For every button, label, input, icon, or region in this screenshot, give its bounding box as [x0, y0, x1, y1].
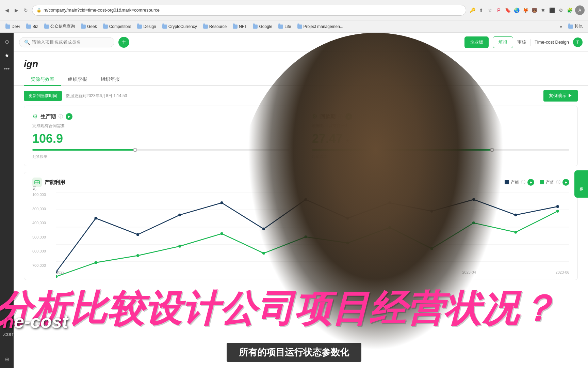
sidebar-icon-star[interactable]: ★ [1, 50, 12, 61]
bookmark-google[interactable]: Google [250, 23, 275, 30]
slider-fill [32, 149, 135, 151]
bookmark-life[interactable]: Life [276, 23, 294, 30]
back-button[interactable]: ◀ [3, 7, 10, 14]
bookmark-project-mgmt[interactable]: Project managemen... [295, 23, 346, 30]
extension4-icon[interactable]: ✖ [540, 7, 546, 14]
svg-point-29 [346, 242, 349, 244]
svg-point-13 [220, 201, 223, 204]
share-icon[interactable]: ⬆ [478, 7, 485, 14]
svg-point-10 [94, 217, 97, 219]
sub-controls: 更新到当前时间 数据更新到2023年6月8日 1:14:53 案例演示 ▶ [14, 86, 588, 106]
svg-point-25 [178, 245, 181, 248]
y-axis-unit: 元 [32, 186, 36, 191]
info-icon[interactable]: ⓘ [338, 113, 343, 120]
capacity-color [505, 180, 509, 184]
production-hint: 赶紧接单 [32, 154, 290, 159]
play-button[interactable]: ▶ [345, 113, 352, 120]
bookmark-design[interactable]: Design [134, 23, 159, 30]
update-text: 数据更新到2023年6月8日 1:14:53 [66, 93, 127, 99]
top-toolbar: 🔍 + 企业版 填报 审核 Time-cost Design T [14, 33, 588, 52]
more-bookmarks-button[interactable]: » [557, 23, 565, 30]
bookmark-resource[interactable]: Resource [200, 23, 229, 30]
bookmark-label: Design [143, 24, 156, 29]
update-time-button[interactable]: 更新到当前时间 [24, 91, 62, 101]
bookmark-competitors[interactable]: Competitors [100, 23, 134, 30]
bookmark-label: Google [259, 24, 272, 29]
sidebar-icon-home[interactable]: ⊙ [1, 36, 12, 47]
key-icon[interactable]: 🔑 [469, 7, 476, 14]
svg-point-16 [346, 217, 349, 219]
app-title: ign [24, 59, 38, 70]
url-bar[interactable]: 🔒 m/company/main?cid=time-cost-org01&mar… [32, 5, 466, 16]
y-label-6: 100,000 [32, 193, 46, 197]
enterprise-button[interactable]: 企业版 [464, 36, 489, 48]
pocket-icon[interactable]: 🔖 [504, 7, 511, 14]
collection-sub: 收账款可以支持开工 [312, 123, 569, 129]
sidebar-icon-add[interactable]: ⊕ [1, 354, 12, 365]
svg-point-20 [514, 214, 517, 216]
folder-icon [81, 25, 86, 29]
extension1-icon[interactable]: 🌏 [513, 7, 520, 14]
tab-resources[interactable]: 资源与效率 [24, 74, 61, 86]
chart-area: 元 700,000 600,000 500,000 400,000 300,00… [32, 193, 569, 274]
tab-quarterly[interactable]: 组织季报 [61, 74, 94, 86]
extensions-icon[interactable]: 🧩 [566, 7, 573, 14]
extension3-icon[interactable]: 🐻 [531, 7, 538, 14]
play-button[interactable]: ▶ [527, 179, 534, 186]
extension6-icon[interactable]: ⚙ [557, 7, 564, 14]
app-title-bar: ign [14, 52, 588, 70]
audit-link[interactable]: 审核 [517, 39, 526, 45]
play-button[interactable]: ▶ [562, 179, 569, 186]
tab-annual[interactable]: 组织年报 [94, 74, 127, 86]
pinterest-icon[interactable]: P [495, 7, 502, 14]
bookmark-label: Competitors [109, 24, 131, 29]
y-label-1: 700,000 [32, 263, 46, 267]
bookmark-defi[interactable]: DeFi [3, 23, 23, 30]
info-icon[interactable]: ⓘ [521, 179, 525, 185]
collection-header: ⚙ 回款期 ⓘ ▶ [312, 113, 569, 120]
bookmark-public-info[interactable]: 公众信息查询 [42, 22, 78, 30]
svg-point-23 [94, 261, 97, 264]
svg-point-31 [430, 247, 433, 250]
search-input[interactable] [32, 40, 109, 45]
bookmark-label: Resource [209, 24, 227, 29]
customer-service-button[interactable]: 客服 [574, 170, 588, 198]
browser-chrome: ◀ ▶ ↻ 🔒 m/company/main?cid=time-cost-org… [0, 0, 588, 20]
folder-icon [297, 25, 302, 29]
bookmark-other[interactable]: 其他 [566, 22, 585, 30]
bookmark-cryptocurrency[interactable]: CryptoCurrency [160, 23, 200, 30]
x-label-2023-04: 2023-04 [462, 270, 476, 274]
chart-title: 产能利用 [45, 179, 65, 186]
play-button[interactable]: ▶ [66, 113, 72, 120]
case-demo-button[interactable]: 案例演示 ▶ [543, 90, 578, 102]
slider-thumb[interactable] [490, 148, 494, 152]
svg-point-15 [304, 198, 307, 201]
app-container: ⊙ ★ ••• ⊕ 🔍 + 企业版 填报 审核 Time-cost Design… [0, 33, 588, 368]
search-box[interactable]: 🔍 [19, 37, 114, 47]
add-project-button[interactable]: + [118, 37, 129, 48]
user-avatar[interactable]: T [573, 37, 583, 47]
bookmark-biz[interactable]: Biz [23, 23, 41, 30]
extension2-icon[interactable]: 🦊 [522, 7, 529, 14]
y-label-4: 400,000 [32, 221, 46, 225]
chart-section: 产能利用 产能 ⓘ ▶ 产值 ⓘ ▶ [24, 172, 578, 280]
x-axis-labels: 2022 2023-04 2023-06 [56, 270, 569, 274]
bookmark-geek[interactable]: Geek [78, 23, 100, 30]
star-icon[interactable]: ☆ [487, 7, 493, 14]
folder-icon [278, 25, 283, 29]
sidebar-icon-dot[interactable]: ••• [1, 63, 12, 74]
user-avatar-browser[interactable]: A [575, 5, 585, 15]
bookmark-label: Project managemen... [304, 24, 343, 29]
bookmark-nft[interactable]: NFT [230, 23, 249, 30]
slider-thumb[interactable] [133, 148, 137, 152]
refresh-button[interactable]: ↻ [22, 7, 29, 14]
info-icon[interactable]: ⓘ [59, 113, 63, 120]
collection-value: 27.47 [312, 132, 343, 146]
bookmark-label: 公众信息查询 [50, 24, 75, 29]
company-name: Time-cost Design [535, 40, 569, 45]
extension5-icon[interactable]: ⬛ [549, 7, 555, 14]
forward-button[interactable]: ▶ [13, 7, 20, 14]
bookmark-label: 其他 [574, 24, 583, 29]
fill-button[interactable]: 填报 [493, 36, 513, 48]
info-icon[interactable]: ⓘ [556, 179, 560, 185]
